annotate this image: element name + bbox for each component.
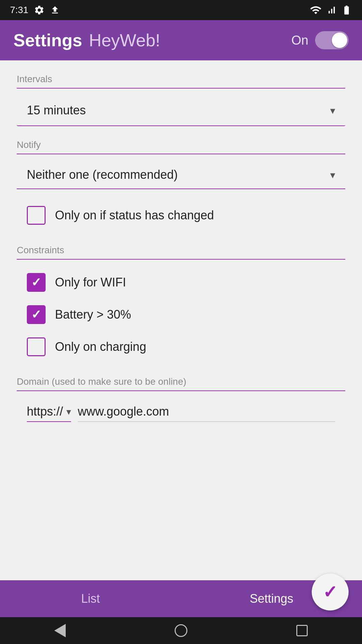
constraint-wifi-checkbox[interactable] [27, 273, 46, 292]
intervals-arrow-icon: ▾ [330, 105, 335, 116]
constraint-charging-checkbox[interactable] [27, 337, 46, 356]
status-left: 7:31 [10, 5, 60, 15]
back-button[interactable] [54, 624, 66, 637]
notify-label: Notify [17, 140, 345, 150]
intervals-dropdown[interactable]: 15 minutes ▾ [17, 95, 345, 126]
recents-button[interactable] [296, 625, 308, 636]
protocol-value: https:// [27, 405, 63, 419]
app-bar: Settings HeyWeb! On [0, 20, 362, 60]
notify-dropdown[interactable]: Neither one (recommended) ▾ [17, 161, 345, 189]
protocol-dropdown[interactable]: https:// ▾ [27, 405, 71, 422]
battery-icon [341, 5, 352, 15]
protocol-arrow-icon: ▾ [66, 406, 71, 417]
nav-list-label: List [81, 592, 100, 606]
app-title-bold: Settings [13, 30, 82, 50]
constraint-charging-row[interactable]: Only on charging [17, 331, 345, 363]
constraint-charging-label: Only on charging [55, 340, 146, 354]
android-nav [0, 617, 362, 644]
main-toggle[interactable] [315, 31, 349, 49]
wifi-icon [310, 4, 322, 16]
home-icon [175, 624, 187, 637]
constraints-label: Constraints [17, 245, 345, 256]
domain-label: Domain (used to make sure to be online) [17, 376, 345, 387]
domain-section: Domain (used to make sure to be online) … [17, 376, 345, 425]
app-title-light: HeyWeb! [89, 30, 160, 50]
intervals-value: 15 minutes [27, 103, 86, 117]
notify-checkbox-row[interactable]: Only on if status has changed [17, 199, 345, 231]
constraint-battery-row[interactable]: Battery > 30% [17, 299, 345, 331]
status-bar: 7:31 [0, 0, 362, 20]
notify-value: Neither one (recommended) [27, 168, 178, 182]
nav-list-item[interactable]: List [0, 592, 181, 606]
intervals-section: Intervals 15 minutes ▾ [17, 74, 345, 126]
notify-checkbox-label: Only on if status has changed [55, 208, 214, 222]
notify-checkbox[interactable] [27, 206, 46, 225]
app-bar-title: Settings HeyWeb! [13, 30, 160, 50]
recents-icon [296, 625, 308, 636]
home-button[interactable] [175, 624, 187, 637]
status-right [310, 4, 352, 16]
notify-arrow-icon: ▾ [330, 169, 335, 181]
constraint-wifi-row[interactable]: Only for WIFI [17, 266, 345, 299]
constraints-section: Constraints Only for WIFI Battery > 30% … [17, 245, 345, 363]
constraint-battery-label: Battery > 30% [55, 308, 131, 322]
check-icon: ✓ [323, 582, 338, 602]
toggle-area[interactable]: On [291, 31, 349, 49]
constraints-divider [17, 259, 345, 260]
back-icon [54, 624, 66, 637]
intervals-label: Intervals [17, 74, 345, 85]
toggle-label: On [291, 33, 308, 48]
domain-row: https:// ▾ [17, 401, 345, 425]
settings-icon [34, 5, 45, 15]
content: Intervals 15 minutes ▾ Notify Neither on… [0, 60, 362, 580]
domain-input[interactable] [78, 405, 335, 422]
time-display: 7:31 [10, 5, 28, 15]
upload-icon [50, 5, 60, 15]
nav-settings-label: Settings [250, 592, 293, 606]
bottom-nav: List Settings ✓ [0, 580, 362, 617]
domain-divider [17, 390, 345, 391]
notify-divider [17, 154, 345, 154]
intervals-divider [17, 88, 345, 89]
signal-icon [326, 5, 337, 15]
fab-button[interactable]: ✓ [312, 574, 349, 610]
constraint-wifi-label: Only for WIFI [55, 275, 126, 289]
notify-section: Notify Neither one (recommended) ▾ Only … [17, 140, 345, 231]
toggle-knob [332, 33, 347, 48]
constraint-battery-checkbox[interactable] [27, 305, 46, 324]
